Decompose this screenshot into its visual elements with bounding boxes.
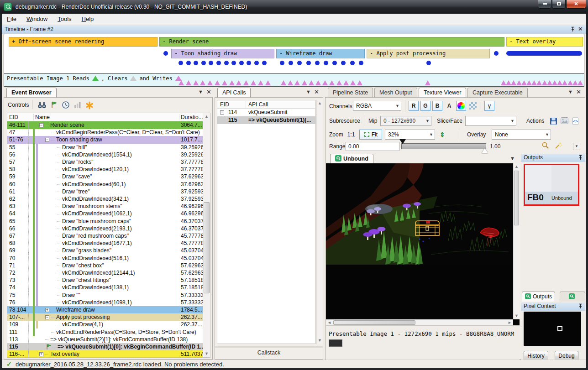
table-row[interactable]: 72vkCmdDrawIndexed(12144,1)57.62963 (7, 269, 203, 277)
chevron-down-icon[interactable]: ▼ (568, 89, 573, 94)
scroll-down-icon[interactable]: ▼ (317, 337, 323, 344)
table-row[interactable]: 76vkCmdDrawIndexed(1098,1)57.33333 (7, 299, 203, 307)
time-icon[interactable] (61, 100, 71, 110)
write-marker-triangle[interactable] (542, 80, 547, 85)
column-api-call[interactable]: API Call (248, 101, 268, 108)
chevron-down-icon[interactable]: ▼ (510, 156, 515, 161)
draw-event-dot[interactable] (216, 61, 221, 65)
close-button[interactable]: × (566, 0, 586, 9)
draw-event-dot[interactable] (262, 61, 267, 65)
write-marker-triangle[interactable] (562, 80, 567, 85)
draw-event-dot[interactable] (201, 61, 206, 65)
write-marker-triangle[interactable] (329, 80, 335, 85)
menu-file[interactable]: File (2, 14, 21, 24)
write-marker-triangle[interactable] (236, 80, 242, 85)
table-row[interactable]: 69Draw "grass blades"45.03704 (7, 247, 203, 255)
scroll-up-icon[interactable]: ▲ (203, 113, 210, 120)
write-marker-triangle[interactable] (516, 80, 522, 85)
write-marker-triangle[interactable] (178, 80, 184, 85)
table-row[interactable]: 115=> vkQueueSubmit(1)[... (217, 116, 316, 124)
colorwheel-button[interactable] (456, 101, 466, 111)
pin-icon[interactable] (571, 26, 575, 33)
write-marker-triangle[interactable] (531, 80, 537, 85)
timeline-body[interactable]: Presentable Image 1 Reads, Clearsand Wri… (4, 34, 584, 87)
table-row[interactable]: 70vkCmdDrawIndexed(516,1)45.03704 (7, 255, 203, 262)
draw-event-dot[interactable] (324, 61, 328, 65)
write-marker-triangle[interactable] (521, 80, 527, 85)
range-white-handle[interactable] (482, 148, 488, 153)
save-icon[interactable] (548, 116, 558, 126)
tab-event-browser[interactable]: Event Browser (6, 88, 57, 97)
range-min-input[interactable]: 0.00 (346, 142, 399, 151)
write-marker-triangle[interactable] (229, 80, 235, 85)
write-marker-triangle[interactable] (251, 80, 256, 85)
pixel-context-header[interactable]: Pixel Context (521, 302, 585, 311)
write-marker-triangle[interactable] (547, 80, 552, 85)
write-marker-triangle[interactable] (501, 80, 506, 85)
table-row[interactable]: 68vkCmdDrawIndexed(1677,1)45.77778 (7, 240, 203, 247)
menu-window[interactable]: Window (21, 14, 52, 24)
chevron-down-icon[interactable]: ▼ (198, 89, 203, 94)
table-row[interactable]: 65Draw "blue mushroom caps"46.37037 (7, 218, 203, 225)
chevron-down-icon[interactable]: ▼ (306, 89, 311, 94)
draw-event-dot[interactable] (289, 61, 293, 65)
close-icon[interactable]: ✕ (578, 26, 583, 32)
table-row[interactable]: 73Draw "chest fittings"57.18518 (7, 276, 203, 284)
draw-event-dot[interactable] (224, 61, 229, 65)
fit-button[interactable]: Fit (359, 130, 382, 140)
api-calls-scrollbar[interactable]: ▲ ▼ (316, 100, 323, 344)
write-marker-triangle[interactable] (294, 80, 300, 85)
scroll-down-icon[interactable]: ▼ (203, 350, 210, 357)
write-marker-triangle[interactable] (572, 80, 578, 85)
write-marker-triangle[interactable] (343, 80, 349, 85)
draw-event-dot[interactable] (341, 61, 346, 65)
channel-a-button[interactable]: A (444, 101, 454, 111)
write-marker-triangle[interactable] (322, 80, 328, 85)
table-row[interactable]: 115=> vkQueueSubmit(1)[0]: vkBeginComman… (7, 343, 203, 351)
scroll-up-icon[interactable]: ▲ (317, 100, 323, 107)
write-marker-triangle[interactable] (557, 80, 562, 85)
write-marker-triangle[interactable] (258, 80, 263, 85)
write-marker-triangle[interactable] (315, 80, 321, 85)
draw-event-dot[interactable] (350, 61, 355, 65)
table-row[interactable]: 74vkCmdDrawIndexed(138,1)57.18518 (7, 284, 203, 292)
write-marker-triangle[interactable] (207, 80, 213, 85)
draw-event-dot[interactable] (239, 61, 244, 65)
tab-capture-executable[interactable]: Capture Executable (467, 88, 528, 97)
write-marker-triangle[interactable] (265, 80, 271, 85)
column-eid[interactable]: EID (9, 114, 18, 120)
range-black-handle[interactable] (399, 139, 406, 144)
draw-event-dot[interactable] (254, 61, 259, 65)
flip-y-button[interactable]: ⇕ (438, 130, 447, 140)
table-row[interactable]: 63Draw "mushroom stems"46.96296 (7, 203, 203, 210)
gamma-button[interactable]: γ (484, 101, 494, 111)
mip-dropdown[interactable]: 0 - 1272x690▼ (380, 116, 431, 126)
write-marker-triangle[interactable] (357, 80, 362, 85)
write-marker-triangle[interactable] (425, 80, 430, 85)
pin-icon[interactable] (578, 155, 583, 162)
minimize-button[interactable] (538, 0, 551, 9)
table-row[interactable]: 64vkCmdDrawIndexed(1062,1)46.96296 (7, 210, 203, 218)
table-row[interactable]: 51-76−Toon shading draw1017.7... (7, 136, 203, 144)
draw-event-dot[interactable] (163, 51, 168, 56)
write-marker-triangle[interactable] (281, 80, 286, 85)
texture-viewport[interactable]: ▲▼ ◄ ► (326, 163, 520, 325)
zoom-percent-dropdown[interactable]: 32%▼ (385, 130, 435, 140)
draw-event-dot[interactable] (231, 61, 236, 65)
draw-event-dot[interactable] (209, 61, 213, 65)
zoom-range-icon[interactable] (540, 141, 551, 152)
draw-event-dot[interactable] (178, 61, 183, 65)
draw-event-dot[interactable] (315, 61, 320, 65)
scrollbar-thumb[interactable] (204, 202, 210, 293)
write-marker-triangle[interactable] (243, 80, 249, 85)
write-marker-triangle[interactable] (193, 80, 199, 85)
table-row[interactable]: 107-...−Apply post processing262.37... (7, 313, 203, 321)
channel-g-button[interactable]: G (420, 101, 430, 111)
write-marker-triangle[interactable] (222, 80, 227, 85)
table-row[interactable]: 57Draw "rocks"37.77778 (7, 158, 203, 166)
write-marker-triangle[interactable] (336, 80, 342, 85)
table-row[interactable]: 56vkCmdDrawIndexed(1554,1)39.25926 (7, 151, 203, 159)
collapse-icon[interactable]: − (45, 138, 49, 142)
zoom-1to1-button[interactable]: 1:1 (345, 130, 357, 140)
tab-unbound-texture[interactable]: Unbound (330, 154, 373, 163)
